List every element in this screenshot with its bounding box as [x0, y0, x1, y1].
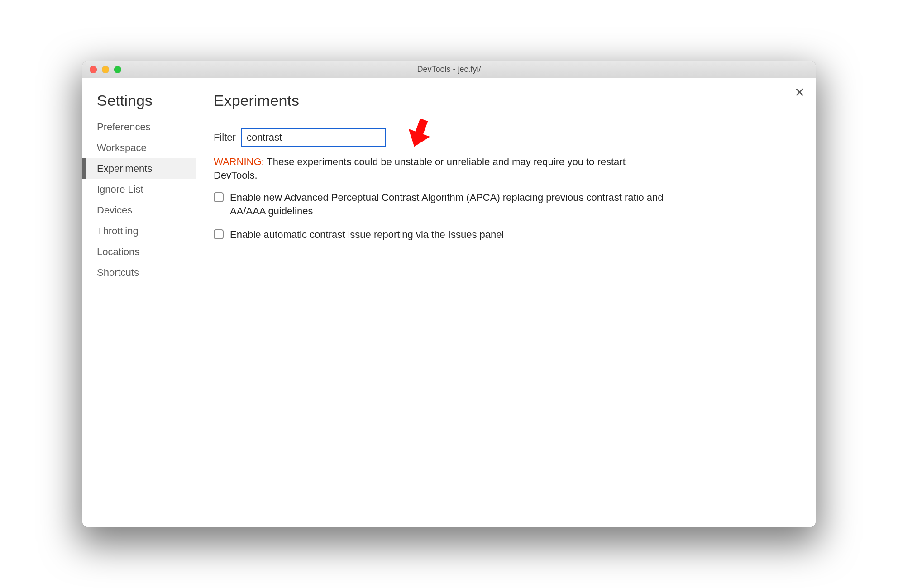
- traffic-lights: [82, 66, 121, 73]
- sidebar-title: Settings: [82, 92, 196, 117]
- window: DevTools - jec.fyi/ ✕ Settings Preferenc…: [82, 61, 816, 527]
- sidebar-item-preferences[interactable]: Preferences: [82, 117, 196, 138]
- experiment-label: Enable automatic contrast issue reportin…: [230, 228, 504, 242]
- minimize-window-button[interactable]: [102, 66, 109, 73]
- maximize-window-button[interactable]: [114, 66, 121, 73]
- sidebar: Settings Preferences Workspace Experimen…: [82, 78, 196, 527]
- filter-input[interactable]: [241, 128, 386, 147]
- sidebar-item-experiments[interactable]: Experiments: [82, 158, 196, 179]
- sidebar-item-throttling[interactable]: Throttling: [82, 221, 196, 242]
- page-title: Experiments: [214, 92, 798, 118]
- warning-text: These experiments could be unstable or u…: [214, 156, 626, 181]
- experiment-checkbox[interactable]: [214, 192, 224, 202]
- sidebar-item-label: Throttling: [97, 225, 139, 237]
- filter-row: Filter: [214, 128, 798, 147]
- experiment-checkbox[interactable]: [214, 229, 224, 239]
- sidebar-item-ignore-list[interactable]: Ignore List: [82, 179, 196, 200]
- sidebar-item-shortcuts[interactable]: Shortcuts: [82, 262, 196, 283]
- warning-prefix: WARNING:: [214, 156, 264, 167]
- sidebar-item-label: Experiments: [97, 163, 152, 174]
- sidebar-list: Preferences Workspace Experiments Ignore…: [82, 117, 196, 283]
- filter-label: Filter: [214, 132, 236, 143]
- sidebar-item-locations[interactable]: Locations: [82, 242, 196, 262]
- sidebar-item-devices[interactable]: Devices: [82, 200, 196, 221]
- experiment-label: Enable new Advanced Perceptual Contrast …: [230, 191, 666, 218]
- experiment-item: Enable automatic contrast issue reportin…: [214, 228, 666, 242]
- close-icon[interactable]: ✕: [794, 86, 805, 99]
- window-title: DevTools - jec.fyi/: [82, 65, 816, 74]
- sidebar-item-workspace[interactable]: Workspace: [82, 138, 196, 158]
- experiment-item: Enable new Advanced Perceptual Contrast …: [214, 191, 666, 218]
- sidebar-item-label: Preferences: [97, 121, 151, 133]
- content: ✕ Settings Preferences Workspace Experim…: [82, 78, 816, 527]
- close-window-button[interactable]: [90, 66, 97, 73]
- sidebar-item-label: Workspace: [97, 142, 147, 153]
- warning-block: WARNING: These experiments could be unst…: [214, 155, 666, 182]
- titlebar: DevTools - jec.fyi/: [82, 61, 816, 78]
- experiments-list: Enable new Advanced Perceptual Contrast …: [214, 191, 666, 241]
- sidebar-item-label: Ignore List: [97, 184, 143, 195]
- main-panel: Experiments Filter WARNING: These experi…: [196, 78, 816, 527]
- sidebar-item-label: Locations: [97, 246, 139, 257]
- sidebar-item-label: Devices: [97, 204, 132, 216]
- sidebar-item-label: Shortcuts: [97, 267, 139, 278]
